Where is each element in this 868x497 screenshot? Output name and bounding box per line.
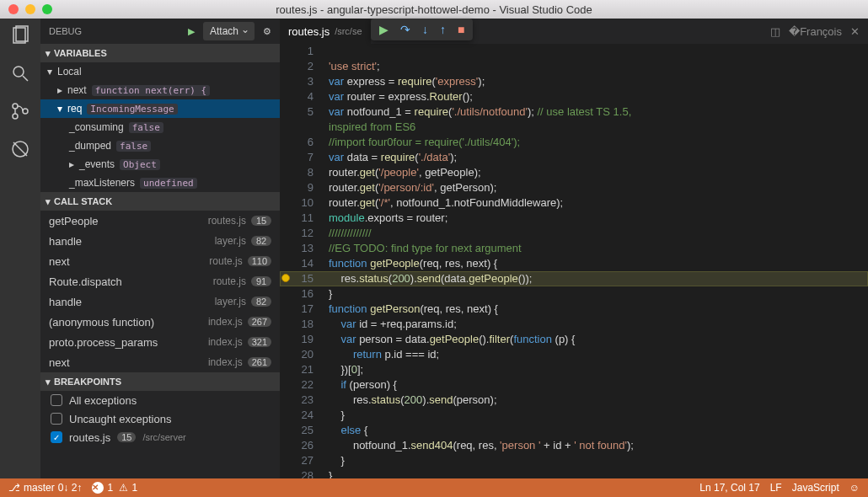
search-icon[interactable]	[10, 63, 30, 86]
code-line[interactable]: 15 res.status(200).send(data.getPeople()…	[280, 271, 868, 286]
stack-frame[interactable]: proto.process_paramsindex.js321	[40, 332, 280, 352]
code-line[interactable]: 2'use strict';	[280, 59, 868, 74]
breakpoint-row[interactable]: All exceptions	[40, 391, 280, 409]
git-branch[interactable]: ⎇ master 0↓ 2↑	[8, 482, 82, 494]
debug-sidebar: DEBUG ▶ Attach ⚙ ▾ VARIABLES ▾ Local ▸ n…	[40, 19, 280, 478]
stack-frame[interactable]: nextroute.js110	[40, 251, 280, 271]
code-line[interactable]: inspired from ES6	[280, 120, 868, 135]
breakpoint-marker[interactable]	[281, 274, 290, 282]
cursor-position[interactable]: Ln 17, Col 17	[699, 482, 759, 494]
code-line[interactable]: 5var notfound_1 = require('./utils/notfo…	[280, 104, 868, 120]
code-line[interactable]: 9router.get('/person/:id', getPerson);	[280, 180, 868, 195]
explorer-icon[interactable]	[10, 25, 30, 48]
debug-label: DEBUG	[49, 26, 82, 36]
close-editor-icon[interactable]: ✕	[850, 25, 860, 38]
breakpoint-row[interactable]: ✓routes.js 15 /src/server	[40, 428, 280, 446]
stop-button[interactable]: ■	[458, 23, 464, 36]
window-title: routes.js - angular-typescript-hottowel-…	[0, 3, 868, 16]
code-line[interactable]: 6//import four0four = require('./utils/4…	[280, 135, 868, 150]
breakpoint-row[interactable]: Uncaught exceptions	[40, 409, 280, 428]
variable-row[interactable]: ▾ req IncomingMessage	[40, 99, 280, 118]
svg-point-6	[23, 109, 28, 114]
code-line[interactable]: 24 }	[280, 408, 868, 423]
variable-row[interactable]: _maxListeners undefined	[40, 174, 280, 192]
svg-point-5	[13, 114, 18, 119]
status-bar: ⎇ master 0↓ 2↑ ✕ 1 ⚠ 1 Ln 17, Col 17 LF …	[0, 478, 868, 497]
code-line[interactable]: 22 if (person) {	[280, 377, 868, 393]
code-line[interactable]: 25 else {	[280, 423, 868, 438]
code-line[interactable]: 21 })[0];	[280, 362, 868, 377]
variable-row[interactable]: ▸ _events Object	[40, 155, 280, 174]
scope-local[interactable]: ▾ Local	[40, 62, 280, 81]
activity-bar	[0, 19, 40, 478]
code-line[interactable]: 18 var id = +req.params.id;	[280, 317, 868, 332]
svg-line-3	[23, 76, 28, 81]
breakpoints-header[interactable]: ▾ BREAKPOINTS	[40, 372, 280, 391]
code-line[interactable]: 19 var person = data.getPeople().filter(…	[280, 332, 868, 347]
step-over-button[interactable]: ↷	[400, 23, 410, 36]
code-line[interactable]: 10router.get('/*', notfound_1.notFoundMi…	[280, 195, 868, 211]
code-line[interactable]: 16}	[280, 286, 868, 302]
code-line[interactable]: 7var data = require('./data');	[280, 150, 868, 165]
callstack-header[interactable]: ▾ CALL STACK	[40, 192, 280, 211]
step-out-button[interactable]: ↑	[440, 23, 446, 36]
stack-frame[interactable]: (anonymous function)index.js267	[40, 312, 280, 332]
eol-indicator[interactable]: LF	[770, 482, 782, 494]
code-line[interactable]: 13//EG TODO: find type for next argument	[280, 241, 868, 256]
split-editor-icon[interactable]: ◫	[770, 25, 780, 38]
code-editor[interactable]: I 12'use strict';3var express = require(…	[280, 44, 868, 478]
stack-frame[interactable]: handlelayer.js82	[40, 291, 280, 312]
code-line[interactable]: 26 notfound_1.send404(req, res, 'person …	[280, 438, 868, 453]
code-line[interactable]: 3var express = require('express');	[280, 74, 868, 89]
variable-row[interactable]: _consuming false	[40, 118, 280, 136]
code-line[interactable]: 8router.get('/people', getPeople);	[280, 165, 868, 180]
debug-config-select[interactable]: Attach	[203, 22, 255, 40]
step-into-button[interactable]: ↓	[422, 23, 428, 36]
code-line[interactable]: 20 return p.id === id;	[280, 347, 868, 362]
settings-icon[interactable]: ⚙	[263, 26, 271, 37]
variable-row[interactable]: ▸ next function next(err) {	[40, 81, 280, 99]
code-line[interactable]: 14function getPeople(req, res, next) {	[280, 256, 868, 271]
code-line[interactable]: 4var router = express.Router();	[280, 89, 868, 104]
debug-toolbar[interactable]: ▶ ↷ ↓ ↑ ■	[371, 19, 473, 40]
tab-routes[interactable]: routes.js /src/se	[280, 19, 371, 44]
stack-frame[interactable]: nextindex.js261	[40, 352, 280, 372]
code-line[interactable]: 27 }	[280, 453, 868, 468]
titlebar: routes.js - angular-typescript-hottowel-…	[0, 0, 868, 19]
stack-frame[interactable]: getPeopleroutes.js15	[40, 211, 280, 231]
continue-button[interactable]: ▶	[379, 23, 388, 36]
problems[interactable]: ✕ 1 ⚠ 1	[92, 482, 137, 494]
feedback-icon[interactable]: ☺	[849, 482, 860, 494]
code-line[interactable]: 23 res.status(200).send(person);	[280, 393, 868, 408]
language-mode[interactable]: JavaScript	[792, 482, 839, 494]
code-line[interactable]: 17function getPerson(req, res, next) {	[280, 302, 868, 317]
stack-frame[interactable]: handlelayer.js82	[40, 231, 280, 251]
code-line[interactable]: 1	[280, 44, 868, 59]
debug-icon[interactable]	[10, 139, 30, 162]
code-line[interactable]: 12//////////////	[280, 226, 868, 241]
code-line[interactable]: 28}	[280, 468, 868, 478]
stack-frame[interactable]: Route.dispatchroute.js91	[40, 271, 280, 291]
svg-line-8	[13, 142, 27, 156]
svg-point-4	[13, 104, 18, 109]
editor-area: routes.js /src/se ▶ ↷ ↓ ↑ ■ ◫ �François …	[280, 19, 868, 478]
more-actions-icon[interactable]: �François	[789, 25, 842, 38]
code-line[interactable]: 11module.exports = router;	[280, 211, 868, 226]
scm-icon[interactable]	[10, 101, 30, 124]
variables-header[interactable]: ▾ VARIABLES	[40, 44, 280, 62]
variable-row[interactable]: _dumped false	[40, 136, 280, 155]
svg-point-2	[13, 67, 24, 77]
start-debug-button[interactable]: ▶	[188, 26, 195, 37]
